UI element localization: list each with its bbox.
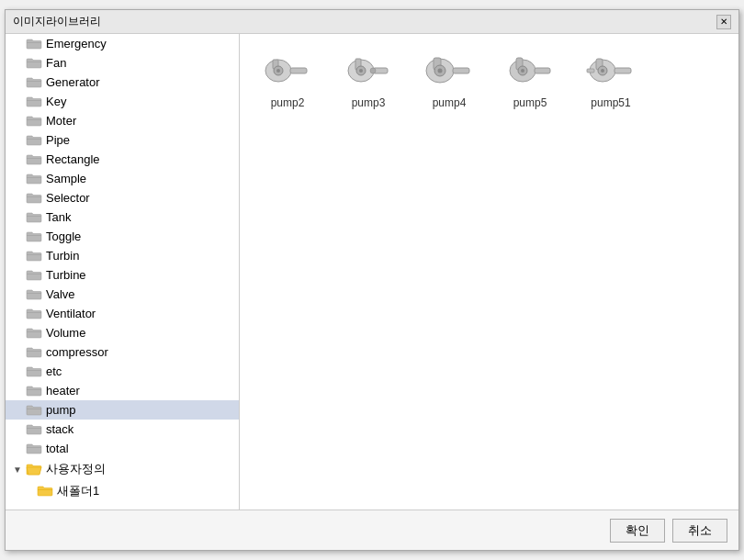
tree-label-total: total	[46, 442, 69, 455]
folder-icon-fan	[26, 57, 42, 70]
tree-label-valve: Valve	[46, 287, 75, 301]
tree-item-stack[interactable]: stack	[6, 420, 239, 439]
tree-label-heater: heater	[46, 384, 80, 398]
tree-item-rectangle[interactable]: Rectangle	[6, 150, 239, 169]
tree-item-generator[interactable]: Generator	[6, 73, 239, 92]
image-label-pump3: pump3	[352, 96, 386, 109]
tree-label-turbine: Turbine	[46, 268, 86, 282]
svg-point-10	[370, 68, 376, 73]
folder-icon-ventilator	[26, 308, 42, 320]
svg-rect-26	[587, 69, 594, 73]
image-item-pump2[interactable]: pump2	[251, 45, 324, 113]
tree-label-sample: Sample	[46, 172, 86, 185]
tree-item-emergency[interactable]: Emergency	[6, 34, 239, 53]
folder-icon-moter	[26, 115, 42, 128]
tree-item-valve[interactable]: Valve	[6, 285, 239, 304]
image-thumb-pump4	[420, 49, 479, 93]
left-panel: Emergency Fan Generator Key Moter Pipe R…	[6, 34, 240, 510]
svg-point-20	[521, 69, 524, 73]
main-window: 이미지라이브러리 ✕ Emergency Fan Generator Key M…	[5, 9, 739, 551]
tree-item-turbine[interactable]: Turbine	[6, 265, 239, 285]
folder-icon-turbin	[26, 250, 42, 263]
window-title: 이미지라이브러리	[13, 14, 101, 29]
tree-item-fan[interactable]: Fan	[6, 53, 239, 73]
image-item-pump3[interactable]: pump3	[332, 45, 405, 113]
tree-label-new-folder1: 새폴더1	[57, 483, 99, 499]
folder-icon-valve	[26, 288, 42, 301]
title-bar: 이미지라이브러리 ✕	[6, 10, 738, 34]
tree-label-user-defined: 사용자정의	[46, 461, 106, 477]
image-label-pump2: pump2	[271, 96, 305, 109]
tree-item-pump[interactable]: pump	[6, 400, 239, 420]
tree-label-pipe: Pipe	[46, 133, 70, 147]
tree-item-total[interactable]: total	[6, 439, 239, 458]
image-item-pump5[interactable]: pump5	[493, 45, 567, 113]
svg-point-25	[601, 69, 604, 73]
image-label-pump5: pump5	[513, 96, 547, 109]
folder-icon-emergency	[26, 38, 42, 50]
footer: 확인 취소	[6, 510, 738, 550]
tree-item-heater[interactable]: heater	[6, 381, 239, 400]
image-thumb-pump51	[581, 49, 640, 93]
tree-label-compressor: compressor	[46, 345, 108, 359]
tree-label-volume: Volume	[46, 326, 85, 340]
svg-rect-12	[453, 68, 469, 73]
folder-icon-generator	[26, 76, 42, 89]
tree-item-selector[interactable]: Selector	[6, 188, 239, 207]
folder-icon-sample	[26, 173, 42, 185]
tree-label-pump: pump	[46, 403, 76, 417]
tree-item-user-defined[interactable]: ▼ 사용자정의	[6, 458, 239, 480]
tree-label-selector: Selector	[46, 191, 90, 205]
folder-icon-turbine	[26, 269, 42, 282]
folder-icon-rectangle	[26, 153, 42, 166]
image-label-pump4: pump4	[433, 96, 467, 109]
tree-item-ventilator[interactable]: Ventilator	[6, 304, 239, 323]
tree-label-rectangle: Rectangle	[46, 152, 100, 166]
tree-label-ventilator: Ventilator	[46, 307, 96, 320]
tree-item-turbin[interactable]: Turbin	[6, 246, 239, 265]
tree-item-pipe[interactable]: Pipe	[6, 130, 239, 150]
tree-label-key: Key	[46, 95, 66, 108]
folder-icon-toggle	[26, 230, 42, 243]
tree-item-volume[interactable]: Volume	[6, 323, 239, 342]
folder-icon-compressor	[26, 346, 42, 359]
tree-item-new-folder1[interactable]: 새폴더1	[6, 480, 239, 502]
folder-icon-pipe	[26, 134, 42, 147]
image-label-pump51: pump51	[591, 96, 630, 109]
svg-rect-22	[614, 68, 631, 73]
folder-icon-etc	[26, 365, 42, 378]
tree-label-toggle: Toggle	[46, 230, 81, 243]
tree-item-toggle[interactable]: Toggle	[6, 227, 239, 246]
image-grid: pump2 pump3 pump4 pump5	[247, 41, 731, 117]
tree-label-turbin: Turbin	[46, 249, 79, 263]
tree-item-etc[interactable]: etc	[6, 362, 239, 381]
svg-point-15	[438, 69, 443, 73]
folder-icon-stack	[26, 423, 42, 436]
close-button[interactable]: ✕	[716, 15, 731, 29]
image-thumb-pump5	[501, 49, 559, 93]
image-thumb-pump3	[339, 49, 398, 93]
tree-item-key[interactable]: Key	[6, 92, 239, 111]
tree-label-emergency: Emergency	[46, 37, 107, 50]
folder-icon-selector	[26, 192, 42, 205]
folder-icon-user-defined	[26, 463, 42, 476]
folder-icon-key	[26, 95, 42, 108]
folder-icon-volume	[26, 327, 42, 340]
tree-item-sample[interactable]: Sample	[6, 169, 239, 188]
image-item-pump4[interactable]: pump4	[412, 45, 486, 113]
cancel-button[interactable]: 취소	[672, 519, 727, 543]
tree-item-compressor[interactable]: compressor	[6, 342, 239, 362]
svg-point-9	[359, 69, 363, 73]
folder-icon-new-folder1	[37, 485, 53, 498]
tree-item-tank[interactable]: Tank	[6, 207, 239, 227]
tree-label-moter: Moter	[46, 114, 76, 128]
tree-item-moter[interactable]: Moter	[6, 111, 239, 130]
tree-label-stack: stack	[46, 422, 73, 436]
tree-scroll[interactable]: Emergency Fan Generator Key Moter Pipe R…	[6, 34, 239, 510]
tree-label-fan: Fan	[46, 56, 66, 70]
confirm-button[interactable]: 확인	[610, 519, 665, 543]
image-item-pump51[interactable]: pump51	[574, 45, 648, 113]
svg-point-4	[276, 69, 280, 73]
tree-label-tank: Tank	[46, 210, 71, 224]
folder-icon-heater	[26, 385, 42, 398]
